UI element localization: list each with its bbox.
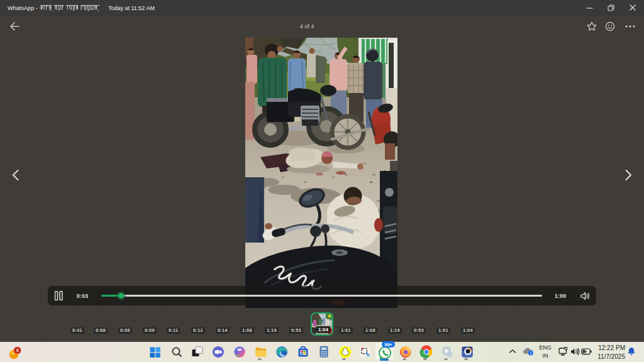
svg-text:99+: 99+ xyxy=(385,343,392,347)
svg-text:8: 8 xyxy=(16,348,19,353)
